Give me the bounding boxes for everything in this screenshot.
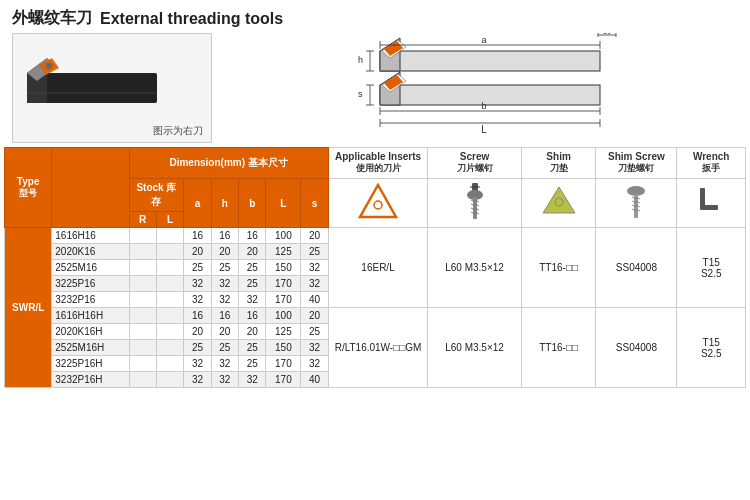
s-cell: 40 [301,372,328,388]
a-cell: 20 [184,244,211,260]
screw-icon-cell [428,179,521,228]
col-stock-l: L [156,212,183,228]
col-type-header: Type 型号 [5,148,52,228]
s-cell: 32 [301,276,328,292]
stock-r-cell [129,228,156,244]
shimscrew-cell: SS04008 [596,308,677,388]
model-cell: 1616H16H [52,308,129,324]
stock-r-cell [129,340,156,356]
a-cell: 32 [184,356,211,372]
h-cell: 16 [211,228,238,244]
b-cell: 32 [239,292,266,308]
col-shimscrew-header: Shim Screw 刀垫螺钉 [596,148,677,179]
svg-point-39 [374,201,382,209]
a-cell: 16 [184,308,211,324]
L-cell: 125 [266,244,301,260]
L-cell: 170 [266,276,301,292]
stock-r-cell [129,308,156,324]
screw-cell: L60 M3.5×12 [428,228,521,308]
h-cell: 20 [211,324,238,340]
table-header-row1: Type 型号 Dimension(mm) 基本尺寸 Applicable In… [5,148,746,179]
L-cell: 125 [266,324,301,340]
tool-image: 图示为右刀 [12,33,212,143]
model-cell: 2525M16 [52,260,129,276]
svg-text:a: a [481,35,486,45]
model-cell: 3225P16H [52,356,129,372]
h-cell: 20 [211,244,238,260]
s-cell: 40 [301,292,328,308]
dimension-diagram: h s a b 10 L [222,33,738,143]
stock-r-cell [129,372,156,388]
s-cell: 25 [301,244,328,260]
image-caption: 图示为右刀 [153,124,203,138]
stock-l-cell [156,308,183,324]
b-cell: 16 [239,308,266,324]
shim-icon-cell [521,179,596,228]
L-cell: 100 [266,308,301,324]
col-L-header: L [266,179,301,228]
wrench-icon-cell [677,179,746,228]
svg-text:b: b [481,101,486,111]
svg-rect-10 [380,85,600,105]
shim-cell: TT16-□□ [521,308,596,388]
a-cell: 32 [184,292,211,308]
stock-l-cell [156,292,183,308]
type-cell: SWR/L [5,228,52,388]
col-b-header: b [239,179,266,228]
a-cell: 32 [184,276,211,292]
shimscrew-cell: SS04008 [596,228,677,308]
table-body: SWR/L1616H161616161002016ER/LL60 M3.5×12… [5,228,746,388]
h-cell: 25 [211,340,238,356]
a-cell: 16 [184,228,211,244]
h-cell: 32 [211,356,238,372]
stock-r-cell [129,276,156,292]
stock-l-cell [156,356,183,372]
col-s-header: s [301,179,328,228]
model-cell: 1616H16 [52,228,129,244]
wrench-cell: T15 S2.5 [677,228,746,308]
top-section: 图示为右刀 h s [0,33,750,147]
b-cell: 25 [239,356,266,372]
svg-point-4 [46,63,52,69]
title-english: External threading tools [100,10,283,28]
a-cell: 32 [184,372,211,388]
col-stock-r: R [129,212,156,228]
table-container: Type 型号 Dimension(mm) 基本尺寸 Applicable In… [0,147,750,388]
wrench-cell: T15 S2.5 [677,308,746,388]
screw-cell: L60 M3.5×12 [428,308,521,388]
insert-cell: R/LT16.01W-□□GM [328,308,428,388]
col-h-header: h [211,179,238,228]
shimscrew-icon-cell [596,179,677,228]
table-row: 1616H16H16161610020R/LT16.01W-□□GML60 M3… [5,308,746,324]
model-cell: 3225P16 [52,276,129,292]
svg-text:h: h [358,55,363,65]
model-cell: 2020K16H [52,324,129,340]
stock-r-cell [129,244,156,260]
stock-r-cell [129,260,156,276]
b-cell: 32 [239,372,266,388]
col-stock-header: Stock 库存 [129,179,184,212]
L-cell: 150 [266,260,301,276]
a-cell: 20 [184,324,211,340]
stock-r-cell [129,292,156,308]
col-shim-header: Shim 刀垫 [521,148,596,179]
s-cell: 25 [301,324,328,340]
svg-rect-65 [700,205,718,210]
model-cell: 2020K16 [52,244,129,260]
insert-cell: 16ER/L [328,228,428,308]
stock-l-cell [156,260,183,276]
table-row: SWR/L1616H161616161002016ER/LL60 M3.5×12… [5,228,746,244]
h-cell: 25 [211,260,238,276]
svg-rect-6 [380,51,600,71]
a-cell: 25 [184,340,211,356]
svg-text:s: s [358,89,363,99]
svg-text:L: L [481,124,487,135]
L-cell: 170 [266,292,301,308]
stock-l-cell [156,340,183,356]
shim-cell: TT16-□□ [521,228,596,308]
insert-icon-cell [328,179,428,228]
col-screw-header: Screw 刀片螺钉 [428,148,521,179]
stock-l-cell [156,324,183,340]
stock-r-cell [129,324,156,340]
L-cell: 170 [266,356,301,372]
